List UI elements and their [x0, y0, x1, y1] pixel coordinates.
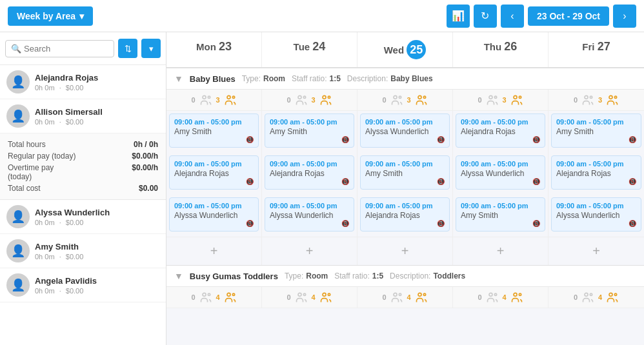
add-shift-mon[interactable]: +	[166, 237, 262, 265]
prev-week-button[interactable]: ‹	[501, 5, 524, 28]
date-range-button[interactable]: 23 Oct - 29 Oct	[528, 6, 609, 26]
people-icon-grey	[390, 291, 403, 304]
refresh-button[interactable]: ↻	[474, 5, 497, 28]
shift-card[interactable]: 09:00 am - 05:00 pm Alyssa Wunderlich 📵	[265, 197, 354, 232]
staff-meta: 0h 0m · $0.00	[35, 84, 159, 92]
staff-item-allison[interactable]: 👤 Allison Simersall 0h 0m · $0.00	[0, 99, 166, 133]
svg-point-30	[418, 293, 421, 296]
shift-card[interactable]: 09:00 am - 05:00 pm Alyssa Wunderlich 📵	[169, 197, 259, 232]
svg-point-17	[590, 96, 592, 98]
search-input[interactable]	[24, 44, 108, 54]
avatar-amy: 👤	[6, 239, 30, 262]
shift-card[interactable]: 09:00 am - 05:00 pm Alejandra Rojas 📵	[265, 155, 354, 190]
staff-name: Angela Pavlidis	[35, 276, 159, 286]
week-by-area-button[interactable]: Week by Area ▾	[8, 6, 93, 26]
next-week-button[interactable]: ›	[613, 5, 636, 28]
shift-col-thu-r3: 09:00 am - 05:00 pm Amy Smith 📵	[453, 195, 548, 237]
shift-col-wed-r1: 09:00 am - 05:00 pm Alyssa Wunderlich 📵	[357, 111, 453, 153]
add-shift-wed[interactable]: +	[357, 237, 453, 265]
svg-point-3	[232, 96, 234, 98]
staff-info-angela: Angela Pavlidis 0h 0m · $0.00	[35, 276, 159, 295]
svg-point-38	[609, 293, 612, 296]
svg-point-35	[519, 293, 521, 295]
area2-name: Busy Gumas Toddlers	[190, 271, 278, 281]
shift-card[interactable]: 09:00 am - 05:00 pm Alyssa Wunderlich 📵	[456, 155, 545, 190]
shift-card[interactable]: 09:00 am - 05:00 pm Alejandra Rojas 📵	[360, 197, 450, 232]
chart-button[interactable]: 📊	[447, 5, 470, 28]
shift-col-mon-r1: 09:00 am - 05:00 pm Amy Smith 📵	[166, 111, 262, 153]
shift-card[interactable]: 09:00 am - 05:00 pm Amy Smith 📵	[265, 113, 354, 148]
svg-point-24	[298, 293, 301, 296]
staff-meta: 0h 0m · $0.00	[35, 287, 159, 295]
staff-totals: Total hours 0h / 0h Regular pay (today) …	[0, 133, 166, 200]
ratio2-cell-thu: 0 4	[453, 287, 548, 308]
area-busy-gumas: ▼ Busy Gumas Toddlers Type: Room Staff r…	[166, 265, 644, 308]
day-header-tue: Tue 24	[262, 32, 357, 67]
ratio2-cell-mon: 0 4	[166, 287, 262, 308]
sort-button[interactable]: ⇅	[118, 39, 137, 58]
collapse-icon-area2[interactable]: ▼	[174, 271, 183, 281]
search-input-wrap[interactable]: 🔍	[5, 40, 114, 57]
ratio-cell-thu: 0 3	[453, 90, 548, 110]
staff-name: Alejandra Rojas	[35, 73, 159, 83]
svg-point-26	[323, 293, 326, 296]
shift-row-1: 09:00 am - 05:00 pm Amy Smith 📵 09:00 am…	[166, 111, 644, 153]
area1-type: Type: Room	[242, 74, 285, 83]
people-icon-grey	[199, 94, 212, 106]
shift-card[interactable]: 09:00 am - 05:00 pm Alejandra Rojas 📵	[551, 155, 641, 190]
svg-point-37	[590, 293, 592, 295]
people-icon-grey	[199, 291, 212, 304]
area2-header: ▼ Busy Gumas Toddlers Type: Room Staff r…	[166, 265, 644, 287]
svg-point-29	[399, 293, 401, 295]
people-icon-grey	[486, 94, 499, 106]
area1-header: ▼ Baby Blues Type: Room Staff ratio: 1:5…	[166, 68, 644, 90]
people-icon-grey	[295, 291, 308, 304]
svg-point-1	[208, 96, 210, 98]
shift-card[interactable]: 09:00 am - 05:00 pm Amy Smith 📵	[456, 197, 545, 232]
add-shift-fri[interactable]: +	[548, 237, 644, 265]
area1-ratio-row: 0 3 0 3 0 3 0	[166, 90, 644, 111]
shift-card[interactable]: 09:00 am - 05:00 pm Alejandra Rojas 📵	[456, 113, 545, 148]
staff-item-alejandra[interactable]: 👤 Alejandra Rojas 0h 0m · $0.00	[0, 65, 166, 99]
search-bar: 🔍 ⇅ ▾	[0, 32, 166, 65]
prev-icon: ‹	[510, 10, 514, 22]
shift-card[interactable]: 09:00 am - 05:00 pm Amy Smith 📵	[169, 113, 259, 148]
area2-desc: Description: Toddlers	[390, 271, 465, 281]
shift-col-wed-r3: 09:00 am - 05:00 pm Alejandra Rojas 📵	[357, 195, 453, 237]
day-headers: Mon 23 Tue 24 Wed 25 Thu 26 Fri 27	[166, 32, 644, 68]
shift-card[interactable]: 09:00 am - 05:00 pm Amy Smith 📵	[551, 113, 641, 148]
shift-card[interactable]: 09:00 am - 05:00 pm Alyssa Wunderlich 📵	[360, 113, 450, 148]
shift-col-fri-r2: 09:00 am - 05:00 pm Alejandra Rojas 📵	[548, 153, 644, 195]
week-label: Week by Area	[17, 11, 75, 21]
collapse-icon[interactable]: ▼	[174, 74, 183, 84]
add-shift-thu[interactable]: +	[453, 237, 548, 265]
staff-name: Amy Smith	[35, 242, 159, 251]
area1-name: Baby Blues	[190, 74, 236, 84]
add-shift-tue[interactable]: +	[262, 237, 357, 265]
people-icon-orange	[606, 94, 619, 106]
ratio-cell-wed: 0 3	[357, 90, 453, 110]
svg-point-25	[303, 293, 305, 295]
staff-info-alejandra: Alejandra Rojas 0h 0m · $0.00	[35, 73, 159, 92]
area1-desc: Description: Baby Blues	[347, 74, 433, 83]
day-header-fri: Fri 27	[548, 32, 644, 67]
filter-button[interactable]: ▾	[141, 39, 161, 58]
shift-card[interactable]: 09:00 am - 05:00 pm Amy Smith 📵	[360, 155, 450, 190]
shift-card[interactable]: 09:00 am - 05:00 pm Alejandra Rojas 📵	[169, 155, 259, 190]
people-icon-grey	[581, 94, 594, 106]
overtime-pay-row: Overtime pay (today) $0.00/h	[8, 162, 158, 182]
staff-item-amy[interactable]: 👤 Amy Smith 0h 0m · $0.00	[0, 234, 166, 268]
staff-item-angela[interactable]: 👤 Angela Pavlidis 0h 0m · $0.00	[0, 268, 166, 302]
shift-row-2: 09:00 am - 05:00 pm Alejandra Rojas 📵 09…	[166, 153, 644, 195]
shift-col-mon-r3: 09:00 am - 05:00 pm Alyssa Wunderlich 📵	[166, 195, 262, 237]
shift-card[interactable]: 09:00 am - 05:00 pm Alyssa Wunderlich 📵	[551, 197, 641, 232]
people-icon-grey	[390, 94, 403, 106]
svg-point-28	[394, 293, 397, 296]
svg-point-23	[232, 293, 234, 295]
people-icon-grey	[581, 291, 594, 304]
shift-col-fri-r3: 09:00 am - 05:00 pm Alyssa Wunderlich 📵	[548, 195, 644, 237]
ratio2-cell-wed: 0 4	[357, 287, 453, 308]
staff-item-alyssa[interactable]: 👤 Alyssa Wunderlich 0h 0m · $0.00	[0, 200, 166, 234]
svg-point-9	[399, 96, 401, 98]
calendar: Mon 23 Tue 24 Wed 25 Thu 26 Fri 27 ▼ Bab…	[166, 32, 644, 345]
